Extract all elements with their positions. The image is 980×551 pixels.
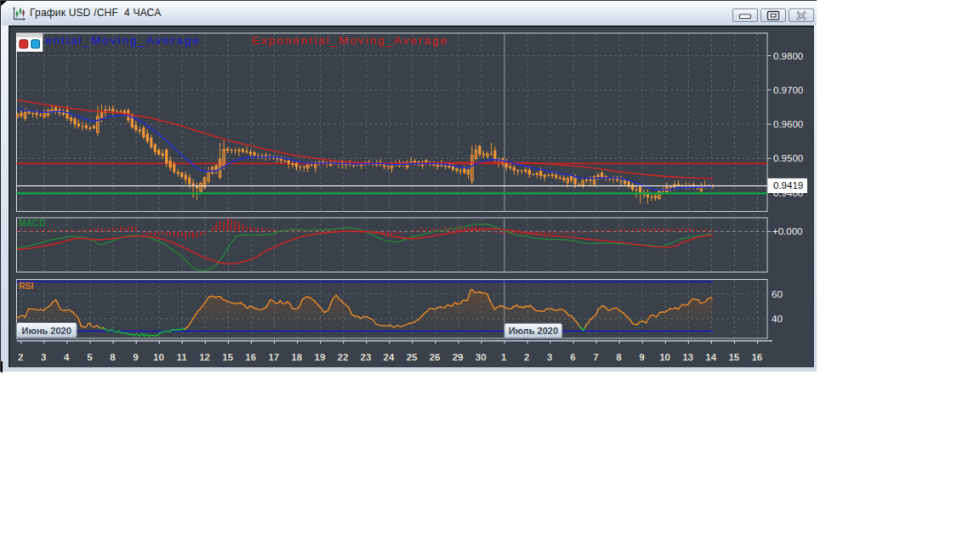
svg-text:5: 5 <box>87 352 93 362</box>
svg-text:0.9419: 0.9419 <box>773 180 803 190</box>
svg-text:7: 7 <box>593 352 598 362</box>
svg-text:16: 16 <box>245 352 256 362</box>
svg-text:60: 60 <box>772 289 783 299</box>
svg-text:16: 16 <box>751 352 762 362</box>
svg-text:Июнь 2020: Июнь 2020 <box>22 326 71 336</box>
svg-text:15: 15 <box>728 352 739 362</box>
svg-text:MACD: MACD <box>19 218 46 228</box>
svg-text:10: 10 <box>153 352 164 362</box>
svg-text:24: 24 <box>384 352 395 362</box>
svg-text:40: 40 <box>772 314 783 324</box>
svg-text:8: 8 <box>616 352 622 362</box>
svg-text:12: 12 <box>199 352 210 362</box>
svg-text:2: 2 <box>18 352 23 362</box>
svg-text:22: 22 <box>338 352 349 362</box>
svg-text:3: 3 <box>547 352 552 362</box>
svg-text:23: 23 <box>361 352 372 362</box>
svg-text:3: 3 <box>41 352 46 362</box>
svg-text:26: 26 <box>430 352 441 362</box>
svg-text:6: 6 <box>570 352 575 362</box>
svg-text:18: 18 <box>291 352 302 362</box>
svg-text:10: 10 <box>659 352 670 362</box>
svg-text:Exponential_Moving_Average: Exponential_Moving_Average <box>252 34 448 47</box>
svg-text:13: 13 <box>682 352 693 362</box>
svg-text:0.9800: 0.9800 <box>773 51 803 61</box>
svg-text:9: 9 <box>639 352 644 362</box>
svg-text:11: 11 <box>177 352 188 362</box>
svg-text:4: 4 <box>64 352 70 362</box>
svg-text:Июль 2020: Июль 2020 <box>509 326 558 336</box>
svg-text:30: 30 <box>476 352 487 362</box>
svg-text:29: 29 <box>453 352 464 362</box>
svg-text:0.9600: 0.9600 <box>773 119 803 129</box>
svg-text:2: 2 <box>524 352 529 362</box>
svg-text:25: 25 <box>407 352 418 362</box>
svg-text:8: 8 <box>110 352 116 362</box>
svg-text:+0.000: +0.000 <box>772 226 803 236</box>
svg-text:RSI: RSI <box>19 281 34 291</box>
svg-text:0.9500: 0.9500 <box>773 153 803 163</box>
svg-text:1: 1 <box>501 352 507 362</box>
svg-text:17: 17 <box>268 352 279 362</box>
svg-text:9: 9 <box>133 352 138 362</box>
svg-text:15: 15 <box>222 352 233 362</box>
svg-text:19: 19 <box>315 352 326 362</box>
svg-text:0.9700: 0.9700 <box>773 85 803 95</box>
svg-text:14: 14 <box>705 352 716 362</box>
